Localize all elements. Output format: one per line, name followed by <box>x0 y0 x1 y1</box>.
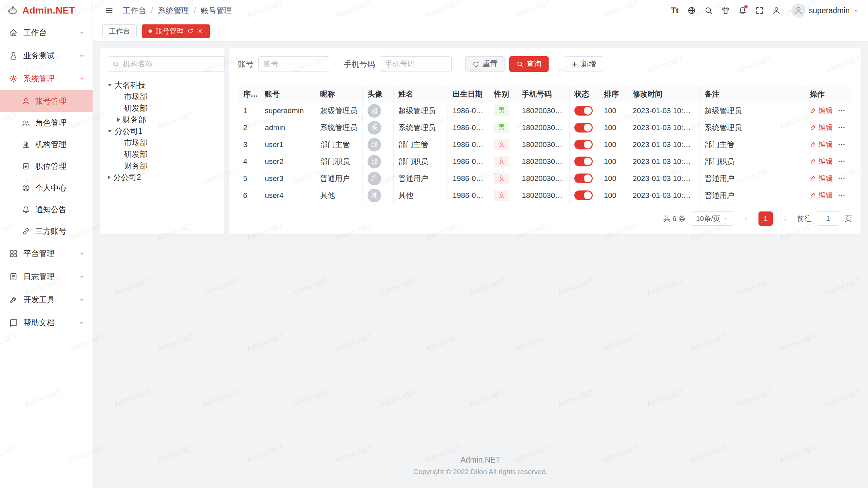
sidebar-subitem-2-2[interactable]: 机构管理 <box>0 134 93 155</box>
account-filter-input[interactable] <box>258 56 330 72</box>
chevron-down-icon <box>78 296 85 303</box>
status-toggle[interactable] <box>574 123 593 133</box>
cell-gender: 女 <box>489 170 517 187</box>
cell-nickname: 普通用户 <box>315 170 363 187</box>
breadcrumb-item[interactable]: 账号管理 <box>201 5 232 16</box>
page-size-select[interactable]: 10条/页 <box>691 211 734 226</box>
sidebar-subitem-2-4[interactable]: 个人中心 <box>0 177 93 199</box>
more-actions-icon[interactable] <box>837 157 846 165</box>
search-icon[interactable] <box>701 3 716 18</box>
tree-node[interactable]: 市场部 <box>108 137 217 148</box>
current-page[interactable]: 1 <box>758 211 773 226</box>
chevron-down-icon <box>724 216 729 221</box>
tree-node[interactable]: 财务部 <box>108 114 217 125</box>
cell-phone: 18020030720 <box>517 153 570 170</box>
sidebar-subitem-2-6[interactable]: 三方账号 <box>0 220 93 242</box>
row-avatar: 超 <box>368 104 381 118</box>
status-toggle[interactable] <box>574 140 593 149</box>
query-button[interactable]: 查询 <box>509 56 549 72</box>
user-avatar[interactable] <box>791 3 806 18</box>
add-button[interactable]: 新增 <box>564 56 603 72</box>
phone-filter-input[interactable] <box>380 56 452 72</box>
table-row[interactable]: 1superadmin超级管理员超超级管理员1986-06-28男1802003… <box>238 102 852 119</box>
cell-modified: 2023-01-03 10:59:44 <box>628 136 700 153</box>
fullscreen-icon[interactable] <box>752 3 767 18</box>
col-account: 账号 <box>260 86 315 102</box>
username[interactable]: superadmin <box>809 6 850 15</box>
tab-0[interactable]: 工作台 <box>102 24 137 38</box>
prev-page-button[interactable] <box>739 212 753 225</box>
sidebar-item-4[interactable]: 日志管理 <box>0 265 93 288</box>
sidebar-item-6[interactable]: 帮助文档 <box>0 311 93 334</box>
sidebar: Admin.NET 工作台业务测试系统管理账号管理角色管理机构管理职位管理个人中… <box>0 0 93 488</box>
tab-refresh-icon[interactable] <box>187 28 194 34</box>
edit-button[interactable]: 编辑 <box>810 157 833 166</box>
tree-node[interactable]: 分公司1 <box>108 125 217 137</box>
font-size-icon[interactable]: Tt <box>667 3 682 18</box>
chevron-down-icon <box>78 250 85 257</box>
breadcrumb-item[interactable]: 系统管理 <box>158 5 189 16</box>
more-actions-icon[interactable] <box>837 140 846 148</box>
cell-gender: 女 <box>489 187 517 204</box>
org-search-input[interactable] <box>123 60 220 68</box>
tree-node[interactable]: 财务部 <box>108 160 217 171</box>
reset-button[interactable]: 重置 <box>465 56 505 72</box>
table-row[interactable]: 2admin系统管理员系系统管理员1986-06-28男180200307201… <box>238 119 852 136</box>
cell-gender: 男 <box>489 119 517 136</box>
sidebar-subitem-2-3[interactable]: 职位管理 <box>0 155 93 177</box>
edit-button[interactable]: 编辑 <box>810 190 833 200</box>
tab-1[interactable]: 账号管理 <box>142 24 210 38</box>
edit-button[interactable]: 编辑 <box>810 140 833 149</box>
status-toggle[interactable] <box>574 157 593 166</box>
table-row[interactable]: 4user2部门职员部部门职员1986-06-28女18020030720100… <box>238 153 852 170</box>
tree-node[interactable]: 市场部 <box>108 91 217 102</box>
sidebar-item-3[interactable]: 平台管理 <box>0 242 93 265</box>
theme-icon[interactable] <box>718 3 733 18</box>
role-icon <box>22 119 30 127</box>
tree-node[interactable]: 研发部 <box>108 148 217 160</box>
more-actions-icon[interactable] <box>837 191 846 199</box>
sidebar-item-1[interactable]: 业务测试 <box>0 44 93 67</box>
tree-node[interactable]: 分公司2 <box>108 171 217 183</box>
table-row[interactable]: 6user4其他其其他1986-06-28女180200307201002023… <box>238 187 852 204</box>
status-toggle[interactable] <box>574 106 593 116</box>
next-page-button[interactable] <box>778 212 792 225</box>
globe-icon[interactable] <box>684 3 699 18</box>
tree-node[interactable]: 大名科技 <box>108 79 217 91</box>
more-actions-icon[interactable] <box>837 106 846 115</box>
col-status: 状态 <box>570 86 599 102</box>
sidebar-item-0[interactable]: 工作台 <box>0 21 93 44</box>
sidebar-item-2[interactable]: 系统管理 <box>0 67 93 90</box>
more-actions-icon[interactable] <box>837 123 846 131</box>
tab-close-icon[interactable] <box>197 28 203 34</box>
edit-button[interactable]: 编辑 <box>810 174 833 183</box>
goto-page-input[interactable] <box>817 211 839 226</box>
user-menu-caret-icon[interactable] <box>853 7 859 14</box>
badge-icon <box>22 162 30 170</box>
status-toggle[interactable] <box>574 174 593 183</box>
org-search <box>108 56 225 72</box>
more-actions-icon[interactable] <box>837 174 846 182</box>
cell-order: 100 <box>599 187 628 204</box>
bell-icon[interactable] <box>735 3 750 18</box>
sidebar-subitem-2-1[interactable]: 角色管理 <box>0 112 93 134</box>
sidebar-subitem-2-5[interactable]: 通知公告 <box>0 199 93 220</box>
edit-button[interactable]: 编辑 <box>810 106 833 115</box>
table-row[interactable]: 5user3普通用户普普通用户1986-06-28女18020030720100… <box>238 170 852 187</box>
cell-phone: 18020030720 <box>517 119 570 136</box>
cell-modified: 2023-01-03 10:59:44 <box>628 153 700 170</box>
cell-name: 部门职员 <box>394 153 448 170</box>
edit-button[interactable]: 编辑 <box>810 123 833 132</box>
breadcrumb-item[interactable]: 工作台 <box>123 5 146 16</box>
sidebar-item-5[interactable]: 开发工具 <box>0 288 93 311</box>
hamburger-icon[interactable] <box>102 3 117 18</box>
cell-birthday: 1986-06-28 <box>448 187 489 204</box>
cell-nickname: 部门主管 <box>315 136 363 153</box>
table-row[interactable]: 3user1部门主管部部门主管1986-06-28女18020030720100… <box>238 136 852 153</box>
sidebar-subitem-2-0[interactable]: 账号管理 <box>0 90 93 112</box>
tree-node[interactable]: 研发部 <box>108 102 217 114</box>
row-avatar: 其 <box>368 189 381 202</box>
user-icon[interactable] <box>769 3 784 18</box>
cell-index: 5 <box>238 170 260 187</box>
status-toggle[interactable] <box>574 190 593 200</box>
